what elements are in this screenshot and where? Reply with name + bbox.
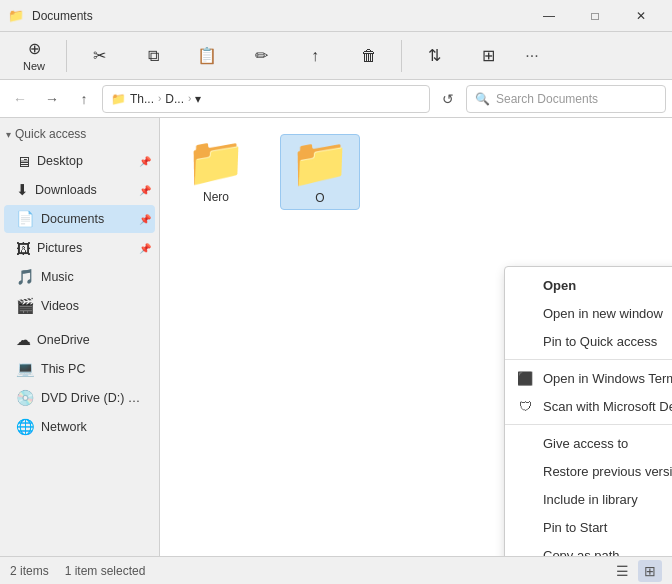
sidebar-item-desktop[interactable]: 🖥 Desktop 📌: [4, 147, 155, 175]
breadcrumb-part1[interactable]: Th...: [130, 92, 154, 106]
sidebar-item-network[interactable]: 🌐 Network: [4, 413, 155, 441]
forward-button[interactable]: →: [38, 85, 66, 113]
ctx-defender-icon: 🛡: [517, 399, 533, 414]
copy-button[interactable]: ⧉: [127, 35, 179, 77]
new-button[interactable]: ⊕ New: [8, 35, 60, 77]
downloads-icon: ⬇: [16, 181, 29, 199]
desktop-icon: 🖥: [16, 153, 31, 170]
view-grid-button[interactable]: ⊞: [638, 560, 662, 582]
sidebar-label-pictures: Pictures: [37, 241, 133, 255]
ctx-sep-1: [505, 359, 672, 360]
maximize-button[interactable]: □: [572, 0, 618, 32]
breadcrumb-sep-1: ›: [158, 93, 161, 104]
sidebar-label-onedrive: OneDrive: [37, 333, 147, 347]
address-bar[interactable]: 📁 Th... › D... › ▾: [102, 85, 430, 113]
pictures-icon: 🖼: [16, 240, 31, 257]
sidebar-item-music[interactable]: 🎵 Music: [4, 263, 155, 291]
expand-icon: ▾: [6, 129, 11, 140]
close-button[interactable]: ✕: [618, 0, 664, 32]
sidebar-label-network: Network: [41, 420, 147, 434]
sort-button[interactable]: ⇅: [408, 35, 460, 77]
view-list-button[interactable]: ☰: [610, 560, 634, 582]
folder-nero[interactable]: 📁 Nero: [176, 134, 256, 208]
onedrive-icon: ☁: [16, 331, 31, 349]
pin-icon-desktop: 📌: [139, 156, 151, 167]
more-button[interactable]: ···: [516, 35, 548, 77]
search-box[interactable]: 🔍 Search Documents: [466, 85, 666, 113]
breadcrumb: Th... › D... ›: [130, 92, 191, 106]
title-bar-controls: — □ ✕: [526, 0, 664, 32]
sidebar-label-downloads: Downloads: [35, 183, 133, 197]
quick-access-header[interactable]: ▾ Quick access: [0, 122, 159, 146]
ctx-open-label: Open: [543, 278, 576, 293]
folder-name-nero: Nero: [203, 190, 229, 204]
sidebar-label-videos: Videos: [41, 299, 147, 313]
folder-icon-second: 📁: [290, 139, 350, 187]
ctx-give-access[interactable]: Give access to ›: [505, 429, 672, 457]
ctx-copy-path[interactable]: Copy as path: [505, 541, 672, 556]
cut-icon: ✂: [93, 46, 106, 65]
ctx-scan-defender[interactable]: 🛡 Scan with Microsoft Defender...: [505, 392, 672, 420]
sidebar-item-downloads[interactable]: ⬇ Downloads 📌: [4, 176, 155, 204]
thispc-icon: 💻: [16, 360, 35, 378]
context-menu: Open Open in new window Pin to Quick acc…: [504, 266, 672, 556]
paste-icon: 📋: [197, 46, 217, 65]
view-button[interactable]: ⊞: [462, 35, 514, 77]
search-placeholder: Search Documents: [496, 92, 598, 106]
breadcrumb-part2[interactable]: D...: [165, 92, 184, 106]
ctx-sep-2: [505, 424, 672, 425]
ctx-pin-start[interactable]: Pin to Start: [505, 513, 672, 541]
ctx-open-new-window[interactable]: Open in new window: [505, 299, 672, 327]
paste-button[interactable]: 📋: [181, 35, 233, 77]
cut-button[interactable]: ✂: [73, 35, 125, 77]
new-icon: ⊕: [28, 39, 41, 58]
sidebar-item-onedrive[interactable]: ☁ OneDrive: [4, 326, 155, 354]
selected-count: 1 item selected: [65, 564, 146, 578]
sidebar-item-thispc[interactable]: 💻 This PC: [4, 355, 155, 383]
ctx-restore-versions[interactable]: Restore previous versions: [505, 457, 672, 485]
folder-second[interactable]: 📁 O: [280, 134, 360, 210]
more-icon: ···: [525, 47, 538, 65]
title-bar: 📁 Documents — □ ✕: [0, 0, 672, 32]
ctx-terminal-icon: ⬛: [517, 371, 533, 386]
sidebar-label-dvddrive: DVD Drive (D:) CPRA: [41, 391, 147, 405]
ctx-include-library[interactable]: Include in library ›: [505, 485, 672, 513]
ctx-open-new-window-label: Open in new window: [543, 306, 663, 321]
ctx-give-access-label: Give access to: [543, 436, 628, 451]
rename-icon: ✏: [255, 46, 268, 65]
share-icon: ↑: [311, 47, 319, 65]
ctx-open-terminal-label: Open in Windows Terminal: [543, 371, 672, 386]
ctx-restore-label: Restore previous versions: [543, 464, 672, 479]
new-label: New: [23, 60, 45, 72]
sidebar-item-documents[interactable]: 📄 Documents 📌: [4, 205, 155, 233]
minimize-button[interactable]: —: [526, 0, 572, 32]
videos-icon: 🎬: [16, 297, 35, 315]
music-icon: 🎵: [16, 268, 35, 286]
documents-icon: 📄: [16, 210, 35, 228]
up-button[interactable]: ↑: [70, 85, 98, 113]
network-icon: 🌐: [16, 418, 35, 436]
main-layout: ▾ Quick access 🖥 Desktop 📌 ⬇ Downloads 📌…: [0, 118, 672, 556]
sidebar-label-music: Music: [41, 270, 147, 284]
breadcrumb-dropdown-icon[interactable]: ▾: [195, 92, 201, 106]
rename-button[interactable]: ✏: [235, 35, 287, 77]
back-button[interactable]: ←: [6, 85, 34, 113]
delete-button[interactable]: 🗑: [343, 35, 395, 77]
ctx-pin-quick[interactable]: Pin to Quick access: [505, 327, 672, 355]
share-button[interactable]: ↑: [289, 35, 341, 77]
folder-name-second: O: [315, 191, 324, 205]
ctx-scan-defender-label: Scan with Microsoft Defender...: [543, 399, 672, 414]
sidebar-label-desktop: Desktop: [37, 154, 133, 168]
sidebar-item-dvddrive[interactable]: 💿 DVD Drive (D:) CPRA: [4, 384, 155, 412]
pin-icon-pictures: 📌: [139, 243, 151, 254]
sidebar-item-pictures[interactable]: 🖼 Pictures 📌: [4, 234, 155, 262]
ctx-open[interactable]: Open: [505, 271, 672, 299]
toolbar: ⊕ New ✂ ⧉ 📋 ✏ ↑ 🗑 ⇅ ⊞ ···: [0, 32, 672, 80]
breadcrumb-sep-2: ›: [188, 93, 191, 104]
ctx-pin-start-label: Pin to Start: [543, 520, 607, 535]
ctx-open-terminal[interactable]: ⬛ Open in Windows Terminal: [505, 364, 672, 392]
content-area[interactable]: 📁 Nero 📁 O Open Open in new window: [160, 118, 672, 556]
sidebar-item-videos[interactable]: 🎬 Videos: [4, 292, 155, 320]
view-controls: ☰ ⊞: [610, 560, 662, 582]
refresh-button[interactable]: ↺: [434, 85, 462, 113]
